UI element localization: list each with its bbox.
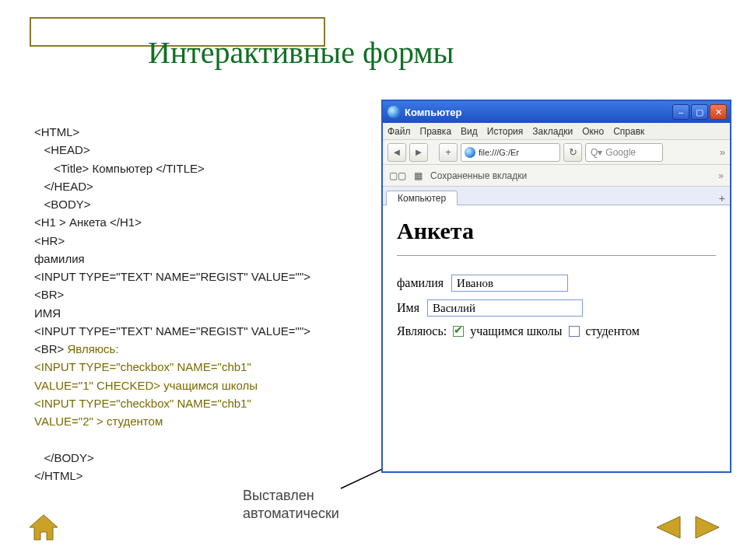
window-titlebar: Компьютер – ▢ ✕: [383, 101, 730, 123]
slide-title: Интерактивные формы: [148, 34, 454, 71]
url-text: file:///G:/Ег: [479, 148, 519, 157]
bookmarks-toolbar: ▢▢ ▦ Сохраненные вкладки »: [383, 165, 730, 187]
code-line: ИМЯ: [34, 304, 369, 322]
menu-bar: Файл Правка Вид История Закладки Окно Сп…: [383, 123, 730, 140]
address-bar[interactable]: file:///G:/Ег: [461, 143, 560, 162]
globe-icon: [465, 147, 475, 158]
menu-window[interactable]: Окно: [582, 126, 604, 137]
search-icon: Q▾: [591, 147, 602, 158]
annotation-caption: Выставлен автоматически: [243, 487, 339, 523]
menu-history[interactable]: История: [487, 126, 524, 137]
forward-button[interactable]: ►: [409, 143, 428, 162]
browser-window: Компьютер – ▢ ✕ Файл Правка Вид История …: [381, 100, 731, 473]
window-title: Компьютер: [405, 107, 672, 118]
name-label: Имя: [397, 301, 419, 315]
code-line: </HTML>: [34, 467, 369, 485]
overflow-button[interactable]: »: [720, 146, 725, 158]
code-line: <HTML>: [34, 123, 369, 141]
code-line: <BODY>: [34, 195, 369, 213]
checkbox-school[interactable]: [453, 326, 464, 337]
name-input[interactable]: [427, 299, 583, 317]
code-line: <BR> Являюсь:: [34, 340, 369, 358]
code-line: <Title> Компьютер </TITLE>: [34, 159, 369, 177]
book-icon: ▢▢: [389, 170, 406, 181]
code-line: </BODY>: [34, 449, 369, 467]
home-button[interactable]: [26, 512, 61, 543]
grid-icon: ▦: [414, 170, 423, 181]
iam-label: Являюсь:: [397, 324, 447, 338]
checkbox-school-label: учащимся школы: [470, 324, 562, 338]
app-icon: [388, 106, 400, 118]
nav-toolbar: ◄ ► + file:///G:/Ег ↻ Q▾ Google »: [383, 140, 730, 165]
checkbox-student[interactable]: [569, 326, 580, 337]
code-line: <HEAD>: [34, 141, 369, 159]
code-line: <HR>: [34, 232, 369, 250]
menu-file[interactable]: Файл: [388, 126, 411, 137]
next-slide-button[interactable]: [693, 513, 724, 541]
code-line: VALUE="1" CHECKED> учащимся школы: [34, 376, 369, 394]
tab-bar: Компьютер +: [383, 187, 730, 205]
reload-button[interactable]: ↻: [563, 143, 582, 162]
code-line: <INPUT TYPE="TEXT' NAME="REGIST" VALUE="…: [34, 268, 369, 285]
browser-tab[interactable]: Компьютер: [386, 191, 458, 205]
surname-label: фамилия: [397, 276, 444, 290]
code-line: [34, 430, 369, 448]
menu-bookmarks[interactable]: Закладки: [532, 126, 573, 137]
surname-input[interactable]: [451, 275, 568, 292]
overflow-button[interactable]: »: [718, 170, 724, 181]
code-line: <INPUT TYPE="checkbox" NAME="chb1": [34, 358, 369, 376]
menu-view[interactable]: Вид: [461, 126, 478, 137]
menu-help[interactable]: Справк: [613, 126, 644, 137]
new-tab-button[interactable]: +: [439, 143, 458, 162]
back-button[interactable]: ◄: [388, 143, 406, 162]
page-content: Анкета фамилия Имя Являюсь: учащимся шко…: [383, 205, 730, 359]
code-listing: <HTML> <HEAD> <Title> Компьютер </TITLE>…: [34, 123, 369, 485]
page-heading: Анкета: [397, 218, 716, 244]
minimize-button[interactable]: –: [672, 104, 689, 120]
code-line: <INPUT TYPE="TEXT' NAME="REGIST" VALUE="…: [34, 322, 369, 340]
checkbox-student-label: студентом: [586, 324, 640, 338]
code-line: фамилия: [34, 250, 369, 268]
code-line: VALUE="2" > студентом: [34, 412, 369, 430]
code-line: <H1 > Анкета </H1>: [34, 213, 369, 231]
prev-slide-button[interactable]: [652, 513, 683, 541]
code-line: <INPUT TYPE="checkbox" NAME="chb1": [34, 394, 369, 412]
search-placeholder: Google: [605, 147, 636, 158]
divider: [397, 255, 716, 256]
maximize-button[interactable]: ▢: [691, 104, 708, 120]
saved-tabs-label[interactable]: Сохраненные вкладки: [430, 170, 527, 181]
code-line: </HEAD>: [34, 177, 369, 195]
close-button[interactable]: ✕: [710, 104, 727, 120]
search-box[interactable]: Q▾ Google: [585, 143, 663, 162]
code-line: <BR>: [34, 285, 369, 303]
menu-edit[interactable]: Правка: [420, 126, 452, 137]
add-tab-button[interactable]: +: [719, 192, 725, 205]
